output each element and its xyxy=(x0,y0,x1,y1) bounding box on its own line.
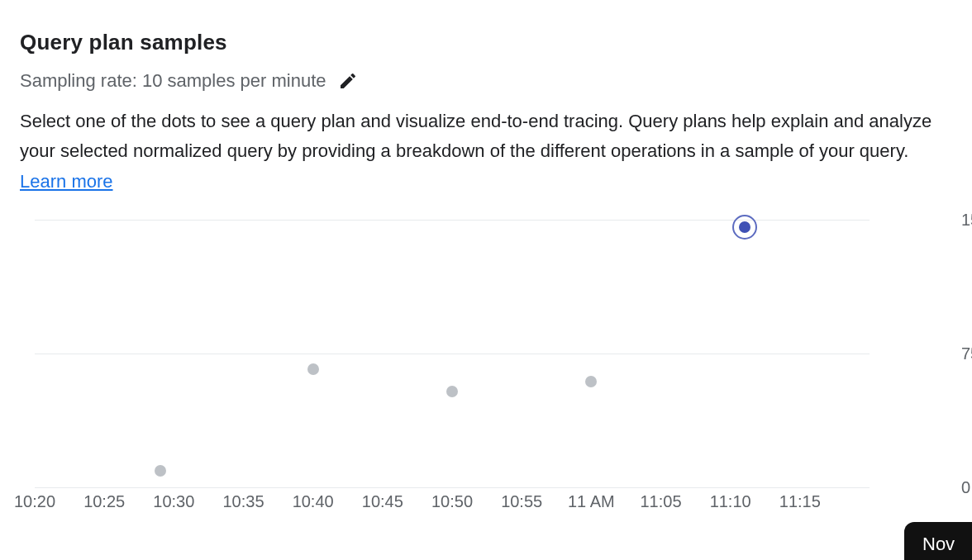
chart-x-tick: 10:55 xyxy=(501,492,542,511)
query-plan-samples-chart: 1500ms750ms0 10:2010:2510:3010:3510:4010… xyxy=(35,220,956,517)
chart-sample-dot[interactable] xyxy=(446,386,458,397)
chart-x-axis: 10:2010:2510:3010:3510:4010:4510:5010:55… xyxy=(35,492,870,512)
chart-sample-dot[interactable] xyxy=(307,363,319,375)
chart-y-tick: 0 xyxy=(961,477,970,496)
chart-x-tick: 10:50 xyxy=(431,492,473,511)
sampling-rate-row: Sampling rate: 10 samples per minute xyxy=(20,70,952,92)
chart-x-tick: 10:20 xyxy=(14,492,55,511)
chart-y-axis: 1500ms750ms0 xyxy=(961,220,972,487)
chart-x-tick: 11:15 xyxy=(779,492,821,511)
chart-x-tick: 10:25 xyxy=(83,492,125,511)
chart-x-tick: 10:35 xyxy=(222,492,264,511)
sampling-rate-text: Sampling rate: 10 samples per minute xyxy=(20,70,326,92)
bottom-corner-badge: Nov xyxy=(904,522,972,560)
chart-x-tick: 11:10 xyxy=(710,492,751,511)
chart-y-tick: 750ms xyxy=(961,344,972,363)
description-text: Select one of the dots to see a query pl… xyxy=(20,107,946,197)
chart-x-tick: 10:45 xyxy=(362,492,403,511)
description-body: Select one of the dots to see a query pl… xyxy=(20,111,932,161)
chart-sample-dot[interactable] xyxy=(739,221,750,233)
chart-x-tick: 10:30 xyxy=(153,492,194,511)
chart-x-tick: 11:05 xyxy=(640,492,681,511)
chart-sample-dot[interactable] xyxy=(155,465,166,477)
section-title: Query plan samples xyxy=(20,30,952,55)
chart-gridline xyxy=(35,354,870,354)
chart-x-tick: 11 AM xyxy=(568,492,615,511)
chart-sample-dot[interactable] xyxy=(585,376,597,387)
chart-x-tick: 10:40 xyxy=(293,492,334,511)
chart-plot-area[interactable] xyxy=(35,220,870,487)
chart-gridline xyxy=(35,487,870,488)
chart-y-tick: 1500ms xyxy=(961,210,972,229)
learn-more-link[interactable]: Learn more xyxy=(20,171,113,192)
pencil-icon[interactable] xyxy=(338,71,358,91)
